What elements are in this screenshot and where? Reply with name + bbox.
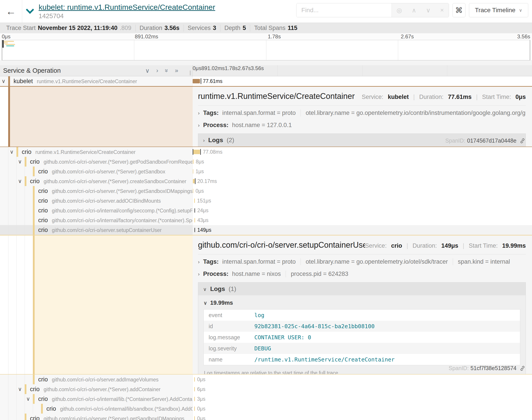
- keyboard-shortcuts-button[interactable]: ⌘: [453, 3, 465, 17]
- accordion-chevron-icon: ›: [198, 123, 200, 128]
- span-duration-bar[interactable]: [193, 189, 193, 193]
- expand-collapse-chevron-icon[interactable]: ∨: [1, 78, 6, 84]
- span-link-icon[interactable]: [519, 138, 525, 144]
- trace-stat: Trace StartNovember 15 2022, 11:19:40.80…: [2, 25, 135, 31]
- collapse-all-icon[interactable]: »: [163, 69, 170, 72]
- tree-guide-line: [25, 375, 25, 384]
- process-accordion[interactable]: ›Process:host.name = nixosprocess.pid = …: [198, 268, 526, 280]
- span-duration-bar[interactable]: [193, 169, 193, 174]
- span-detail-meta: Service:kubelet|Duration:77.61ms|Start T…: [362, 94, 526, 101]
- span-detail-row: runtime.v1.RuntimeService/CreateContaine…: [0, 86, 532, 147]
- minimap-span-bar: [5, 44, 15, 45]
- span-row-label: crioruntime.v1.RuntimeService/CreateCont…: [22, 149, 136, 155]
- span-row[interactable]: ∨criogithub.com/cri-o/cri-o/server.(*Ser…: [0, 157, 532, 166]
- log-field-key: name: [204, 356, 254, 363]
- span-row[interactable]: ∨crioruntime.v1.RuntimeService/CreateCon…: [0, 147, 532, 157]
- log-field-key: event: [204, 312, 254, 318]
- span-row[interactable]: criogithub.com/cri-o/cri-o/server.addIma…: [0, 375, 532, 384]
- span-row[interactable]: criogithub.com/cri-o/cri-o/server.addOCI…: [0, 196, 532, 206]
- expand-collapse-chevron-icon[interactable]: ∨: [18, 178, 22, 184]
- next-match-icon[interactable]: ∨: [426, 7, 431, 14]
- locate-icon[interactable]: ◎: [397, 7, 402, 14]
- span-duration-bar[interactable]: [193, 179, 195, 183]
- span-duration-label: 1μs: [196, 168, 204, 175]
- logs-label: Logs: [210, 285, 225, 292]
- key-value-chip: process.pid = 624283: [286, 270, 348, 277]
- span-row[interactable]: ∨kubeletruntime.v1.RuntimeService/Create…: [0, 76, 532, 86]
- span-duration-bar[interactable]: [194, 416, 195, 420]
- span-row[interactable]: ∨criogithub.com/cri-o/cri-o/server.(*Ser…: [0, 176, 532, 186]
- span-duration-bar[interactable]: [193, 150, 200, 154]
- expand-collapse-chevron-icon[interactable]: ∨: [26, 396, 30, 402]
- tags-accordion[interactable]: ›Tags:internal.span.format = protootel.l…: [198, 107, 526, 119]
- expand-all-icon[interactable]: »: [175, 67, 178, 74]
- span-row-timeline-cell: 24μs: [193, 206, 532, 215]
- log-entry-header[interactable]: ∨19.99ms: [203, 296, 520, 309]
- trace-view-selector[interactable]: Trace Timeline ∨: [469, 3, 528, 17]
- process-accordion-values: host.name = nixosprocess.pid = 624283: [232, 270, 348, 277]
- span-service-name: crio: [38, 376, 48, 383]
- span-duration-bar[interactable]: [194, 387, 195, 391]
- meta-service-value: kubelet: [388, 94, 409, 101]
- span-row-timeline-cell: 20.17ms: [193, 176, 532, 186]
- span-row[interactable]: criogithub.com/cri-o/cri-o/server.setupC…: [0, 225, 532, 235]
- column-resize-handle[interactable]: ∥: [189, 70, 191, 76]
- logs-count: (2): [227, 137, 234, 144]
- span-operation-name: github.com/cri-o/cri-o/server.addOCIBind…: [52, 198, 161, 204]
- span-row[interactable]: criogithub.com/cri-o/cri-o/internal/conf…: [0, 206, 532, 215]
- span-detail-row: github.com/cri-o/cri-o/server.setupConta…: [0, 235, 532, 375]
- span-duration-label: 77.08ms: [203, 149, 222, 155]
- stat-label: Duration: [140, 25, 162, 31]
- service-color-bar: [33, 196, 35, 206]
- tree-guide-line: [8, 404, 8, 414]
- service-color-bar: [33, 186, 35, 196]
- span-duration-bar[interactable]: [194, 406, 195, 411]
- span-duration-label: 3μs: [197, 396, 205, 402]
- trace-title-link[interactable]: kubelet: runtime.v1.RuntimeService/Creat…: [39, 3, 215, 12]
- process-accordion-label: Process:: [203, 122, 228, 129]
- span-row[interactable]: criogithub.com/cri-o/cri-o/server.(*Serv…: [0, 186, 532, 196]
- trace-collapse-chevron-icon[interactable]: [26, 6, 34, 14]
- span-row[interactable]: criogithub.com/cri-o/cri-o/internal/lib/…: [0, 404, 532, 414]
- prev-match-icon[interactable]: ∧: [412, 7, 416, 14]
- span-duration-bar[interactable]: [194, 218, 195, 223]
- expand-collapse-chevron-icon[interactable]: ∨: [18, 159, 22, 165]
- expand-one-icon[interactable]: ›: [156, 67, 158, 74]
- logs-accordion-header[interactable]: ∨Logs(1): [198, 283, 526, 295]
- span-duration-bar[interactable]: [194, 198, 195, 203]
- minimap-viewport-scrubber[interactable]: [2, 40, 4, 48]
- span-row-timeline-cell: 0μs: [193, 404, 532, 414]
- span-row[interactable]: criogithub.com/cri-o/cri-o/server.(*Serv…: [0, 166, 532, 176]
- find-bar: ◎ ∧ ∨ × ⌘ Trace Timeline ∨: [296, 3, 528, 17]
- meta-duration-value: 149μs: [441, 242, 458, 249]
- span-row[interactable]: criogithub.com/cri-o/cri-o/internal/fact…: [0, 215, 532, 225]
- meta-duration-label: Duration:: [413, 242, 437, 249]
- span-duration-bar[interactable]: [194, 377, 195, 382]
- span-link-icon[interactable]: [519, 365, 525, 371]
- tree-guide-line: [25, 186, 25, 196]
- span-service-name: crio: [22, 149, 31, 155]
- span-operation-name: github.com/cri-o/cri-o/server.(*Server).…: [44, 416, 185, 420]
- back-button[interactable]: ←: [0, 0, 22, 23]
- span-operation-name: github.com/cri-o/cri-o/internal/factory/…: [52, 218, 193, 224]
- span-row[interactable]: criogithub.com/cri-o/cri-o/server.(*Serv…: [0, 414, 532, 420]
- span-row-label: criogithub.com/cri-o/cri-o/internal/lib/…: [47, 405, 193, 412]
- service-color-bar: [33, 375, 35, 384]
- accordion-chevron-icon: ›: [203, 138, 205, 143]
- find-input[interactable]: [297, 3, 391, 17]
- process-accordion[interactable]: ›Process:host.name = 127.0.0.1: [198, 119, 526, 131]
- span-duration-bar[interactable]: [194, 397, 195, 401]
- collapse-one-icon[interactable]: ∨: [145, 67, 150, 74]
- span-row[interactable]: ∨criogithub.com/cri-o/cri-o/internal/lib…: [0, 394, 532, 404]
- span-duration-bar[interactable]: [194, 228, 195, 232]
- timeline-minimap[interactable]: [2, 40, 530, 60]
- span-duration-bar[interactable]: [193, 79, 200, 83]
- expand-collapse-chevron-icon[interactable]: ∨: [10, 149, 14, 155]
- span-duration-bar[interactable]: [193, 159, 194, 164]
- clear-search-icon[interactable]: ×: [440, 7, 444, 14]
- span-row[interactable]: ∨criogithub.com/cri-o/cri-o/server.(*Ser…: [0, 384, 532, 394]
- span-row-name-cell: ∨crioruntime.v1.RuntimeService/CreateCon…: [0, 147, 193, 157]
- tags-accordion[interactable]: ›Tags:internal.span.format = protootel.l…: [198, 256, 526, 268]
- expand-collapse-chevron-icon[interactable]: ∨: [18, 386, 22, 392]
- span-duration-bar[interactable]: [194, 208, 195, 213]
